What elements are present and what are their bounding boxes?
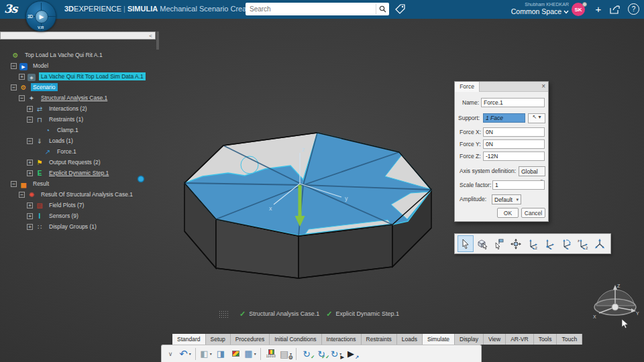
tree-item-label[interactable]: Output Requests (2) bbox=[47, 158, 103, 166]
output-data-button[interactable]: 11010 bbox=[264, 347, 278, 361]
search-box[interactable] bbox=[246, 3, 389, 15]
compass-play-button[interactable]: ▶ bbox=[35, 10, 48, 23]
tree-item-label[interactable]: Result Of Structural Analysis Case.1 bbox=[39, 190, 135, 198]
amplitude-dropdown[interactable]: Default▾ bbox=[492, 194, 521, 204]
select-tool[interactable] bbox=[458, 235, 474, 252]
collapse-icon[interactable]: − bbox=[11, 181, 17, 187]
probe-tool[interactable] bbox=[491, 235, 507, 252]
tree-item[interactable]: −▅Result bbox=[0, 178, 168, 189]
tree-scrollbar-handle[interactable] bbox=[156, 32, 159, 50]
axis-system-dropdown[interactable]: Global▾ bbox=[519, 166, 545, 176]
experience-compass[interactable]: 3D ▶ V.R bbox=[25, 1, 56, 32]
database-button[interactable]: ▤⚙▾ bbox=[279, 347, 292, 361]
tree-item[interactable]: +⇄Interactions (2) bbox=[0, 103, 168, 114]
space-selector[interactable]: Common Space bbox=[502, 7, 569, 15]
move-axes-tool[interactable] bbox=[541, 235, 557, 252]
tree-item-label[interactable]: Sensors (9) bbox=[47, 212, 80, 220]
tree-item-label[interactable]: Scenario bbox=[31, 83, 58, 91]
expand-icon[interactable]: + bbox=[27, 202, 33, 208]
tree-item-label[interactable]: Explicit Dynamic Step.1 bbox=[47, 169, 111, 177]
expand-panel-button[interactable]: ∨ bbox=[164, 347, 177, 361]
expand-icon[interactable]: + bbox=[27, 106, 33, 112]
collapse-icon[interactable]: − bbox=[11, 63, 17, 69]
collapse-icon[interactable]: − bbox=[19, 192, 25, 198]
tree-item-label[interactable]: Result bbox=[31, 180, 51, 188]
pan-manipulator-tool[interactable] bbox=[508, 235, 524, 252]
tree-item[interactable]: −▶Model bbox=[0, 60, 168, 71]
tree-item[interactable]: −⇓Loads (1) bbox=[0, 135, 168, 146]
dropdown-caret-icon[interactable]: ▾ bbox=[254, 351, 256, 356]
import-model-button[interactable]: ◨ bbox=[214, 347, 227, 361]
scale-factor-field[interactable] bbox=[492, 180, 545, 190]
tree-item-label[interactable]: Clamp.1 bbox=[55, 126, 80, 134]
tree-item[interactable]: ◔Clamp.1 bbox=[0, 125, 168, 135]
tree-item[interactable]: +∷Display Groups (1) bbox=[0, 221, 168, 232]
translate-axes-tool[interactable]: 2 bbox=[525, 235, 541, 252]
name-field[interactable] bbox=[481, 98, 545, 107]
tab-interactions[interactable]: Interactions bbox=[322, 334, 362, 345]
share-icon[interactable] bbox=[609, 4, 621, 15]
tab-procedures[interactable]: Procedures bbox=[231, 334, 270, 345]
rotate-axes-tool[interactable] bbox=[558, 235, 574, 252]
dropdown-caret-icon[interactable]: ▾ bbox=[210, 351, 212, 356]
add-content-button[interactable]: + bbox=[592, 3, 605, 16]
tab-loads[interactable]: Loads bbox=[397, 334, 423, 345]
tab-display[interactable]: Display bbox=[455, 334, 484, 345]
collapse-icon[interactable]: − bbox=[27, 138, 33, 144]
expand-icon[interactable]: + bbox=[19, 74, 25, 80]
tree-item-label[interactable]: Structural Analysis Case.1 bbox=[39, 94, 109, 102]
force-z-field[interactable] bbox=[483, 152, 545, 161]
tree-item[interactable]: −⊓Restraints (1) bbox=[0, 114, 168, 125]
tree-item[interactable]: +▨Field Plots (7) bbox=[0, 200, 168, 210]
compass-3d-quadrant[interactable]: 3D bbox=[28, 14, 33, 19]
part-button[interactable]: ◧▾ bbox=[199, 347, 213, 361]
collapse-icon[interactable]: − bbox=[27, 117, 33, 123]
tab-simulate[interactable]: Simulate bbox=[423, 334, 455, 345]
expand-icon[interactable]: + bbox=[27, 160, 33, 166]
search-input[interactable] bbox=[246, 5, 376, 13]
tab-initial-conditions[interactable]: Initial Conditions bbox=[270, 334, 321, 345]
tree-item-label[interactable]: Restraints (1) bbox=[47, 115, 85, 123]
expand-icon[interactable]: + bbox=[27, 224, 33, 230]
help-button[interactable]: ? bbox=[628, 3, 639, 15]
tree-item[interactable]: −✺Result Of Structural Analysis Case.1 bbox=[0, 189, 168, 200]
axes-two-direction-tool[interactable]: z2 bbox=[575, 235, 591, 252]
tree-item[interactable]: −⚙Scenario bbox=[0, 82, 168, 93]
tab-view[interactable]: View bbox=[484, 334, 506, 345]
dassault-3ds-logo[interactable]: 3s bbox=[4, 2, 17, 15]
tree-item[interactable]: ⚙Top Load La Vache Qui Rit A.1 bbox=[0, 50, 168, 60]
free-rotation-tool[interactable] bbox=[592, 235, 608, 252]
collapse-icon[interactable]: − bbox=[11, 84, 17, 90]
close-icon[interactable]: × bbox=[541, 82, 545, 90]
tab-tools[interactable]: Tools bbox=[534, 334, 557, 345]
force-y-field[interactable] bbox=[483, 139, 545, 149]
tree-horizontal-scrollbar[interactable]: < bbox=[0, 32, 156, 40]
expand-icon[interactable]: + bbox=[27, 213, 33, 219]
tree-item[interactable]: −✦Structural Analysis Case.1 bbox=[0, 93, 168, 103]
tree-item-label[interactable]: Top Load La Vache Qui Rit A.1 bbox=[23, 51, 105, 59]
run-options-button[interactable]: ↻▶▾ bbox=[329, 347, 343, 361]
simulate-run-button[interactable]: ▶↗ bbox=[344, 347, 358, 361]
tab-restraints[interactable]: Restraints bbox=[362, 334, 397, 345]
tab-touch[interactable]: Touch bbox=[557, 334, 582, 345]
tab-ar-vr[interactable]: AR-VR bbox=[506, 334, 533, 345]
expand-icon[interactable]: + bbox=[27, 170, 33, 176]
force-dialog-titlebar[interactable]: Force × bbox=[455, 82, 548, 92]
cancel-button[interactable]: Cancel bbox=[521, 208, 545, 218]
dropdown-caret-icon[interactable]: ▾ bbox=[189, 351, 191, 356]
tree-item-label[interactable]: Loads (1) bbox=[47, 137, 75, 145]
tree-item-label[interactable]: Field Plots (7) bbox=[47, 201, 86, 209]
tree-item[interactable]: +ISensors (9) bbox=[0, 210, 168, 221]
search-icon[interactable] bbox=[376, 4, 389, 14]
tree-item-label[interactable]: Interactions (2) bbox=[47, 105, 89, 113]
compass-vr-quadrant[interactable]: V.R bbox=[38, 25, 44, 29]
tree-item-label[interactable]: La Vache Qui Rit Top Load Sim Data A.1 bbox=[39, 72, 146, 80]
select-geometry-tool[interactable] bbox=[474, 235, 490, 252]
nav-compass[interactable]: X Y Z bbox=[593, 284, 639, 319]
tree-item[interactable]: +EExplicit Dynamic Step.1 bbox=[0, 168, 168, 178]
support-picker-button[interactable]: ↖ ▾ bbox=[528, 113, 545, 123]
tree-item-label[interactable]: Display Groups (1) bbox=[47, 223, 99, 231]
ok-button[interactable]: OK bbox=[497, 208, 519, 218]
undo-button[interactable]: ↶▾ bbox=[178, 347, 192, 361]
tag-icon[interactable] bbox=[394, 3, 406, 15]
